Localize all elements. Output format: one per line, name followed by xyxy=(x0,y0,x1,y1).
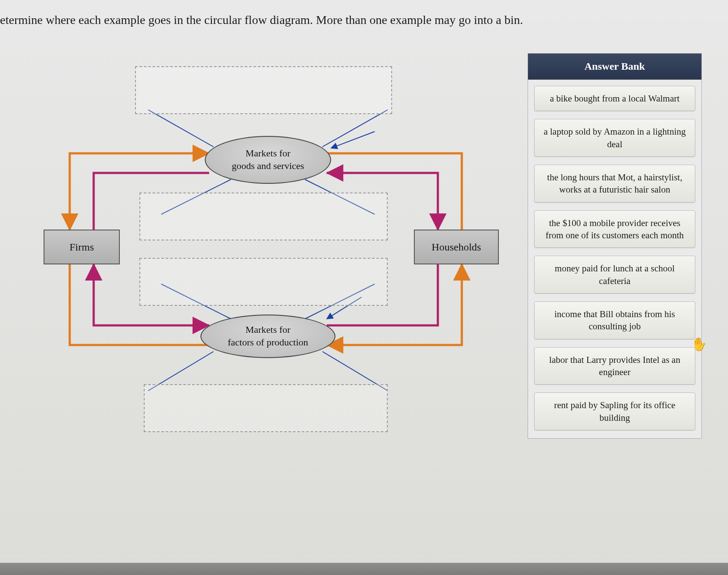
answer-item[interactable]: money paid for lunch at a school cafeter… xyxy=(534,256,695,294)
question-instructions: etermine where each example goes in the … xyxy=(0,13,728,27)
answer-item[interactable]: labor that Larry provides Intel as an en… xyxy=(534,347,695,385)
answer-bank-body: a bike bought from a local Walmart a lap… xyxy=(528,80,701,438)
answer-item[interactable]: income that Bill obtains from his consul… xyxy=(534,301,695,339)
answer-item[interactable]: a bike bought from a local Walmart xyxy=(534,86,695,111)
drop-zone-upper-middle[interactable] xyxy=(139,193,388,240)
circular-flow-diagram: Firms Households Markets for goods and s… xyxy=(26,53,501,445)
factors-market-node: Markets for factors of production xyxy=(200,315,335,358)
households-label: Households xyxy=(432,241,481,253)
answer-item[interactable]: the long hours that Mot, a hairstylist, … xyxy=(534,165,695,203)
drop-zone-top[interactable] xyxy=(135,66,392,114)
firms-label: Firms xyxy=(69,241,94,253)
factors-market-label-2: factors of production xyxy=(228,336,308,349)
answer-bank-header: Answer Bank xyxy=(528,54,701,80)
drop-zone-bottom[interactable] xyxy=(144,384,388,432)
answer-item[interactable]: rent paid by Sapling for its office buil… xyxy=(534,392,695,430)
drop-zone-lower-middle[interactable] xyxy=(139,258,388,306)
svg-line-0 xyxy=(148,110,213,147)
factors-market-label-1: Markets for xyxy=(245,324,290,336)
hand-cursor-icon: ✋ xyxy=(690,335,708,353)
goods-market-node: Markets for goods and services xyxy=(205,136,331,184)
bottom-bar xyxy=(0,563,728,575)
goods-market-label-1: Markets for xyxy=(245,147,290,160)
svg-line-1 xyxy=(322,110,388,147)
answer-item[interactable]: the $100 a mobile provider receives from… xyxy=(534,210,695,248)
answer-bank: Answer Bank a bike bought from a local W… xyxy=(528,53,702,439)
firms-node: Firms xyxy=(44,230,120,264)
households-node: Households xyxy=(414,230,499,264)
goods-market-label-2: goods and services xyxy=(232,160,304,172)
answer-item[interactable]: a laptop sold by Amazon in a lightning d… xyxy=(534,119,695,157)
